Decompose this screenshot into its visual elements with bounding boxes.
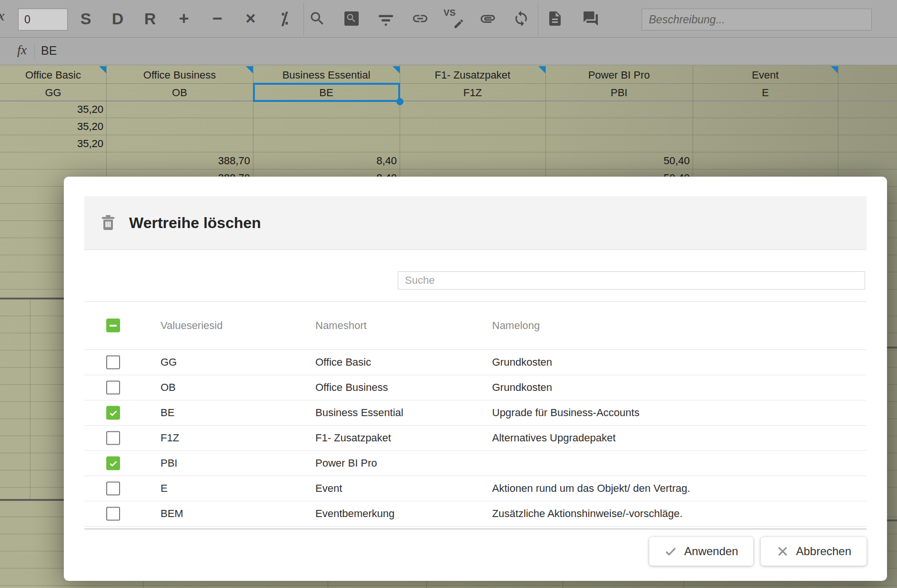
search-icon[interactable] (309, 0, 326, 37)
selected-cell-outline (253, 83, 400, 102)
group-separator-line (0, 298, 67, 299)
cell-valueseriesid: E (161, 476, 168, 501)
close-icon (776, 545, 789, 558)
column-marker-triangle-icon (831, 66, 838, 73)
formula-bar: fx BE (0, 38, 897, 65)
cell-namelong: Alternatives Upgradepaket (492, 426, 615, 450)
column-header-code[interactable]: OB (106, 84, 253, 101)
link-icon[interactable] (412, 0, 429, 37)
toolbar-separator (538, 2, 538, 35)
cell-nameshort: Business Essential (315, 400, 403, 425)
vs-edit-icon[interactable]: VS (443, 0, 464, 37)
table-bottom-border (84, 528, 867, 529)
check-icon (664, 545, 677, 558)
column-header-name[interactable]: F1- Zusatzpaket (400, 66, 545, 84)
check-icon (108, 408, 119, 418)
sheet-cell[interactable]: 35,20 (0, 101, 106, 118)
table-row[interactable]: OB Office Business Grundkosten (84, 375, 867, 400)
check-icon (108, 458, 119, 468)
cancel-button-label: Abbrechen (796, 545, 851, 558)
table-row[interactable]: E Event Aktionen rund um das Objekt/ den… (84, 476, 867, 501)
sum-button[interactable]: S (81, 0, 91, 37)
formula-input[interactable]: BE (41, 44, 57, 58)
formula-bar-separator (34, 43, 35, 60)
apply-button-label: Anwenden (684, 545, 738, 558)
selection-handle[interactable] (396, 98, 403, 105)
sheet-cell[interactable]: 35,20 (0, 118, 106, 135)
row-checkbox[interactable] (106, 406, 120, 420)
cell-namelong: Upgrade für Business-Accounts (492, 400, 639, 425)
column-header-name[interactable] (838, 66, 897, 84)
cancel-button[interactable]: Abbrechen (761, 537, 867, 566)
column-header-valueseriesid: Valueseriesid (161, 302, 222, 349)
column-header-code[interactable]: F1Z (400, 84, 545, 101)
table-row[interactable]: GG Office Basic Grundkosten (84, 350, 867, 375)
attachment-icon[interactable] (479, 0, 496, 37)
column-header-name[interactable]: Event (693, 66, 838, 84)
cell-nameshort: Eventbemerkung (315, 501, 394, 526)
column-header-name[interactable]: Power BI Pro (545, 66, 693, 84)
dialog-title: Wertreihe löschen (129, 214, 261, 232)
description-input[interactable] (642, 9, 872, 30)
row-checkbox[interactable] (106, 431, 120, 445)
filter-icon[interactable] (377, 0, 394, 37)
trash-icon (99, 213, 118, 232)
dialog-search-input[interactable] (398, 271, 865, 289)
valueseries-table: Valueseriesid Nameshort Namelong GG Offi… (84, 301, 867, 529)
cell-namelong: Zusätzliche Aktionshinweise/-vorschläge. (492, 501, 683, 526)
table-row[interactable]: BE Business Essential Upgrade für Busine… (84, 400, 867, 426)
percent-button[interactable]: ⁒ (281, 0, 288, 37)
sheet-cell[interactable]: 50,40 (545, 152, 693, 169)
row-checkbox[interactable] (106, 356, 120, 369)
sheet-gridline (30, 299, 30, 499)
fx-fragment: x (0, 8, 4, 24)
cell-nameshort: Office Business (315, 375, 388, 400)
column-header-name[interactable]: Office Business (106, 66, 253, 84)
cell-valueseriesid: BE (161, 400, 174, 425)
row-checkbox[interactable] (106, 381, 120, 395)
sheet-cell[interactable]: 8,40 (253, 152, 400, 169)
cell-namelong: Grundkosten (492, 350, 552, 375)
boxed-search-icon[interactable] (343, 0, 360, 37)
cell-valueseriesid: OB (161, 375, 176, 400)
row-checkbox[interactable] (106, 457, 120, 470)
document-icon[interactable] (546, 0, 564, 37)
cell-valueseriesid: F1Z (161, 426, 179, 450)
column-marker-triangle-icon (99, 66, 106, 73)
sheet-cell[interactable]: 388,70 (106, 152, 253, 169)
table-header-row: Valueseriesid Nameshort Namelong (84, 302, 867, 350)
main-toolbar: x S D R + − × ⁒ VS (0, 0, 897, 38)
column-header-code[interactable]: E (693, 84, 838, 101)
select-all-checkbox[interactable] (106, 319, 120, 332)
table-row[interactable]: PBI Power BI Pro (84, 451, 867, 476)
sync-icon[interactable] (513, 0, 530, 37)
cell-namelong: Aktionen rund um das Objekt/ den Vertrag… (492, 476, 690, 501)
column-header-code[interactable] (838, 84, 897, 101)
table-row[interactable]: F1Z F1- Zusatzpaket Alternatives Upgrade… (84, 426, 867, 451)
group-separator-line (0, 499, 67, 501)
column-header-name[interactable]: Office Basic (0, 66, 106, 84)
add-button[interactable]: + (179, 0, 189, 37)
apply-button[interactable]: Anwenden (649, 537, 753, 566)
row-checkbox[interactable] (106, 482, 120, 496)
number-input[interactable] (18, 9, 68, 30)
sheet-cell[interactable]: 35,20 (0, 135, 106, 152)
fx-icon: fx (17, 42, 27, 58)
toolbar-separator (303, 2, 304, 35)
row-checkbox[interactable] (106, 507, 120, 521)
column-header-name[interactable]: Business Essential (253, 66, 400, 84)
column-header-namelong: Namelong (492, 302, 540, 349)
r-button[interactable]: R (144, 0, 156, 37)
column-header-code[interactable]: GG (0, 84, 106, 101)
column-header-code[interactable]: PBI (545, 84, 693, 101)
d-button[interactable]: D (112, 0, 124, 37)
column-header-nameshort: Nameshort (315, 302, 367, 349)
comment-icon[interactable] (582, 0, 599, 37)
column-marker-triangle-icon (246, 66, 253, 73)
multiply-button[interactable]: × (245, 0, 255, 37)
dialog-header: Wertreihe löschen (84, 196, 867, 250)
cell-valueseriesid: PBI (161, 451, 177, 476)
table-row[interactable]: BEM Eventbemerkung Zusätzliche Aktionshi… (84, 501, 867, 527)
subtract-button[interactable]: − (212, 0, 222, 37)
column-marker-triangle-icon (393, 66, 400, 73)
